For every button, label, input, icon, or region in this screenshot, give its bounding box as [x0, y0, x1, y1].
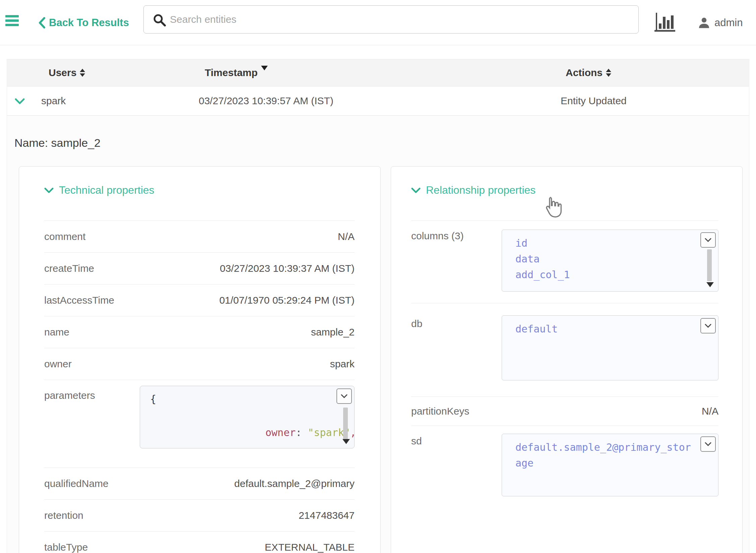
property-value: 01/07/1970 05:29:24 PM (IST)	[219, 295, 355, 306]
property-key: qualifiedName	[44, 478, 109, 489]
property-key: owner	[44, 358, 72, 370]
back-to-results-link[interactable]: Back To Results	[38, 0, 129, 45]
json-colon: :	[296, 427, 308, 438]
property-row-comment: comment N/A	[44, 221, 355, 252]
property-key: sd	[411, 426, 422, 447]
property-value: 2147483647	[299, 510, 355, 521]
back-to-results-label: Back To Results	[49, 17, 129, 29]
column-link[interactable]: data	[515, 251, 695, 267]
property-row-columns: columns (3) id data add_col_1	[411, 221, 718, 303]
entity-name-title: Name: sample_2	[14, 136, 101, 149]
json-key: owner	[265, 427, 296, 438]
user-menu[interactable]: admin	[698, 0, 743, 45]
property-row-db: db default	[411, 303, 718, 396]
user-icon	[698, 16, 710, 29]
search-box	[143, 5, 639, 34]
column-header-users[interactable]: Users	[49, 67, 85, 78]
audit-table: Users Timestamp Actions	[7, 59, 749, 553]
audit-row-detail: Name: sample_2 Technical properties comm…	[7, 116, 749, 553]
audit-timestamp-cell: 03/27/2023 10:39:57 AM (IST)	[199, 95, 333, 107]
scroll-down-button[interactable]	[700, 318, 716, 333]
property-row-partitionkeys: partitionKeys N/A	[411, 396, 718, 426]
audit-row[interactable]: spark 03/27/2023 10:39:57 AM (IST) Entit…	[7, 86, 749, 116]
property-key: parameters	[44, 386, 95, 401]
sd-link[interactable]: default.sample_2@primary_storage	[515, 439, 697, 471]
scroll-down-button[interactable]	[700, 232, 716, 248]
audit-action-cell: Entity Updated	[561, 95, 627, 107]
relationship-properties-table: columns (3) id data add_col_1	[411, 221, 718, 510]
property-row-lastaccesstime: lastAccessTime 01/07/1970 05:29:24 PM (I…	[44, 284, 355, 316]
property-key: lastAccessTime	[44, 295, 114, 306]
username-label: admin	[714, 17, 743, 29]
collapse-row-icon[interactable]	[15, 95, 25, 107]
property-value: 03/27/2023 10:39:37 AM (IST)	[220, 263, 355, 274]
property-value: sample_2	[311, 326, 355, 338]
property-row-createtime: createTime 03/27/2023 10:39:37 AM (IST)	[44, 252, 355, 284]
property-row-tabletype: tableType EXTERNAL_TABLE	[44, 531, 355, 553]
property-key: partitionKeys	[411, 406, 469, 417]
hamburger-bar	[5, 24, 19, 26]
relationship-properties-toggle[interactable]: Relationship properties	[411, 184, 718, 196]
property-key: columns (3)	[411, 221, 464, 242]
statistics-button[interactable]	[653, 11, 677, 34]
sort-desc-icon	[261, 66, 268, 70]
property-key: tableType	[44, 542, 88, 553]
property-key: db	[411, 303, 422, 329]
scroll-down-button[interactable]	[336, 388, 352, 404]
hamburger-bar	[5, 15, 19, 17]
search-input[interactable]	[143, 5, 639, 34]
property-key: name	[44, 326, 69, 338]
json-open-brace: {	[150, 393, 156, 405]
scroll-down-button[interactable]	[700, 436, 716, 452]
scroll-down-arrow-icon[interactable]	[706, 282, 714, 287]
cursor-hand-icon	[543, 196, 562, 218]
property-value: spark	[330, 358, 355, 370]
property-row-parameters: parameters { owner: "spark",	[44, 380, 355, 468]
search-icon	[152, 13, 166, 27]
hamburger-bar	[5, 19, 19, 22]
scroll-down-arrow-icon[interactable]	[342, 439, 350, 444]
topbar: Back To Results admin	[0, 0, 756, 45]
property-key: comment	[44, 231, 85, 242]
hamburger-menu-icon[interactable]	[5, 15, 19, 28]
property-row-name: name sample_2	[44, 316, 355, 348]
db-link[interactable]: default	[515, 321, 695, 337]
db-value-box[interactable]: default	[502, 315, 718, 380]
audit-table-header: Users Timestamp Actions	[7, 59, 749, 86]
property-row-retention: retention 2147483647	[44, 499, 355, 531]
bar-chart-icon	[654, 12, 676, 33]
column-header-timestamp[interactable]: Timestamp	[205, 67, 268, 78]
technical-properties-title: Technical properties	[59, 184, 154, 196]
technical-properties-table: comment N/A createTime 03/27/2023 10:39:…	[44, 221, 355, 553]
technical-properties-card: Technical properties comment N/A createT…	[19, 166, 381, 553]
columns-value-box[interactable]: id data add_col_1	[502, 230, 718, 292]
timestamp-header-label: Timestamp	[205, 67, 258, 78]
property-row-owner: owner spark	[44, 348, 355, 380]
relationship-properties-card: Relationship properties columns (3) id d…	[391, 166, 743, 553]
property-row-sd: sd default.sample_2@primary_storage	[411, 426, 718, 510]
property-value: N/A	[702, 406, 718, 417]
json-comma: ,	[350, 427, 356, 438]
sd-value-box[interactable]: default.sample_2@primary_storage	[502, 434, 718, 496]
property-value: N/A	[338, 231, 355, 242]
property-value: default.sample_2@primary	[234, 478, 355, 489]
property-value: EXTERNAL_TABLE	[265, 542, 355, 553]
sort-icon	[80, 69, 85, 77]
sort-icon	[606, 69, 611, 77]
property-key: retention	[44, 510, 83, 521]
actions-header-label: Actions	[566, 67, 603, 78]
scrollbar-thumb[interactable]	[343, 408, 348, 441]
column-link[interactable]: add_col_1	[515, 267, 695, 283]
chevron-down-icon	[44, 187, 54, 193]
column-link[interactable]: id	[515, 235, 695, 251]
scrollbar-thumb[interactable]	[707, 249, 712, 281]
technical-properties-toggle[interactable]: Technical properties	[44, 184, 355, 196]
audit-user-cell: spark	[41, 95, 66, 107]
chevron-down-icon	[411, 187, 421, 193]
page: Back To Results admin	[0, 0, 756, 553]
column-header-actions[interactable]: Actions	[566, 67, 611, 78]
property-key: createTime	[44, 263, 94, 274]
users-header-label: Users	[49, 67, 76, 78]
parameters-json-box[interactable]: { owner: "spark",	[140, 386, 355, 448]
relationship-properties-title: Relationship properties	[426, 184, 536, 196]
